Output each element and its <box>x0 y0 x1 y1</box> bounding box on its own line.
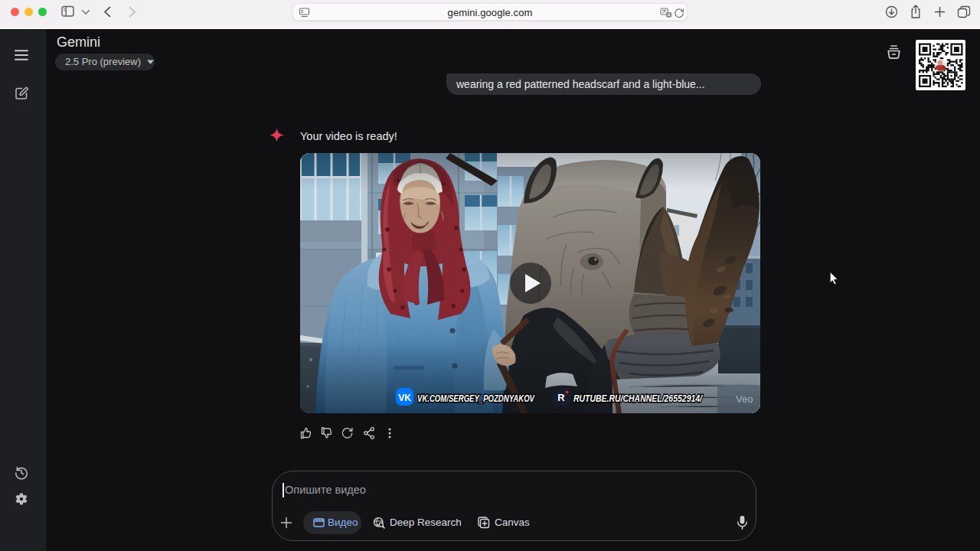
svg-text:VK.COM/SERGEY_POZDNYAKOV: VK.COM/SERGEY_POZDNYAKOV <box>417 393 535 404</box>
svg-text:R: R <box>557 392 565 403</box>
svg-text:RUTUBE.RU/CHANNEL/26552914/: RUTUBE.RU/CHANNEL/26552914/ <box>573 393 703 404</box>
svg-text:VK: VK <box>398 393 411 403</box>
svg-text:Veo: Veo <box>736 393 753 405</box>
